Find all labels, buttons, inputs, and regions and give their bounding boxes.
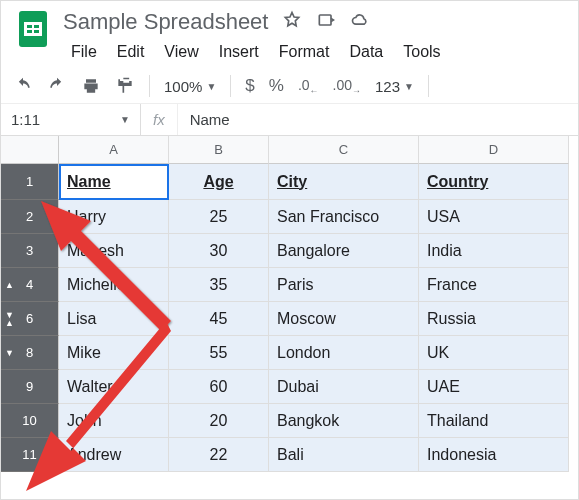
cell[interactable]: 30	[169, 234, 269, 268]
cell[interactable]: France	[419, 268, 569, 302]
percent-button[interactable]: %	[269, 76, 284, 96]
table-row: Name Age City Country	[59, 164, 578, 200]
cell[interactable]: Name	[59, 164, 169, 200]
row-header-6[interactable]: ▼▲6	[1, 302, 59, 336]
group-collapse-icon[interactable]: ▲	[5, 281, 14, 289]
cell[interactable]: Age	[169, 164, 269, 200]
cell[interactable]: John	[59, 404, 169, 438]
row-header-8[interactable]: ▼8	[1, 336, 59, 370]
formula-bar[interactable]: Name	[178, 111, 242, 128]
cell[interactable]: UK	[419, 336, 569, 370]
cell[interactable]: 22	[169, 438, 269, 472]
cell[interactable]: Thailand	[419, 404, 569, 438]
cell[interactable]: Moscow	[269, 302, 419, 336]
cell[interactable]: Dubai	[269, 370, 419, 404]
cell[interactable]: Bangalore	[269, 234, 419, 268]
print-button[interactable]	[81, 76, 101, 96]
col-header-b[interactable]: B	[169, 136, 269, 164]
zoom-dropdown[interactable]: 100%▼	[164, 78, 216, 95]
table-row: Harry25San FranciscoUSA	[59, 200, 578, 234]
select-all-corner[interactable]	[1, 136, 59, 164]
table-row: Andrew22BaliIndonesia	[59, 438, 578, 472]
move-icon[interactable]	[316, 10, 336, 34]
menu-format[interactable]: Format	[271, 39, 338, 65]
menu-view[interactable]: View	[156, 39, 206, 65]
cell[interactable]: Mahesh	[59, 234, 169, 268]
menu-data[interactable]: Data	[341, 39, 391, 65]
star-icon[interactable]	[282, 10, 302, 34]
col-header-d[interactable]: D	[419, 136, 569, 164]
group-collapse-icon[interactable]: ▼	[5, 349, 14, 357]
doc-title[interactable]: Sample Spreadsheet	[63, 9, 268, 35]
cell[interactable]: London	[269, 336, 419, 370]
svg-rect-0	[320, 15, 332, 25]
table-row: Michelle35ParisFrance	[59, 268, 578, 302]
menu-tools[interactable]: Tools	[395, 39, 448, 65]
decrease-decimal-button[interactable]: .0←	[298, 77, 319, 96]
menu-insert[interactable]: Insert	[211, 39, 267, 65]
cell[interactable]: 25	[169, 200, 269, 234]
name-box[interactable]: 1:11▼	[1, 104, 141, 135]
cell[interactable]: Country	[419, 164, 569, 200]
increase-decimal-button[interactable]: .00→	[333, 77, 361, 96]
cell[interactable]: Indonesia	[419, 438, 569, 472]
cell[interactable]: Russia	[419, 302, 569, 336]
cell[interactable]: 35	[169, 268, 269, 302]
cell[interactable]: Mike	[59, 336, 169, 370]
cell[interactable]: Bali	[269, 438, 419, 472]
table-row: Mahesh30BangaloreIndia	[59, 234, 578, 268]
row-header-11[interactable]: 11	[1, 438, 59, 472]
row-header-4[interactable]: ▲4	[1, 268, 59, 302]
fx-label: fx	[141, 104, 178, 135]
menu-edit[interactable]: Edit	[109, 39, 153, 65]
cell[interactable]: USA	[419, 200, 569, 234]
cell[interactable]: UAE	[419, 370, 569, 404]
cell[interactable]: Andrew	[59, 438, 169, 472]
row-header-10[interactable]: 10	[1, 404, 59, 438]
cell[interactable]: Lisa	[59, 302, 169, 336]
sheets-logo[interactable]	[13, 9, 53, 49]
table-row: John20BangkokThailand	[59, 404, 578, 438]
cloud-icon[interactable]	[350, 10, 370, 34]
cell[interactable]: 20	[169, 404, 269, 438]
row-header-1[interactable]: 1	[1, 164, 59, 200]
table-row: Lisa45MoscowRussia	[59, 302, 578, 336]
table-row: Walter60DubaiUAE	[59, 370, 578, 404]
paint-format-button[interactable]	[115, 76, 135, 96]
row-header-9[interactable]: 9	[1, 370, 59, 404]
cell[interactable]: Walter	[59, 370, 169, 404]
redo-button[interactable]	[47, 76, 67, 96]
cell[interactable]: 55	[169, 336, 269, 370]
row-header-2[interactable]: 2	[1, 200, 59, 234]
menu-file[interactable]: File	[63, 39, 105, 65]
cell[interactable]: San Francisco	[269, 200, 419, 234]
number-format-dropdown[interactable]: 123▼	[375, 78, 414, 95]
toolbar: 100%▼ $ % .0← .00→ 123▼	[1, 69, 578, 104]
col-header-a[interactable]: A	[59, 136, 169, 164]
cell[interactable]: Harry	[59, 200, 169, 234]
menubar: File Edit View Insert Format Data Tools	[63, 39, 566, 65]
cell[interactable]: City	[269, 164, 419, 200]
row-header-3[interactable]: 3	[1, 234, 59, 268]
undo-button[interactable]	[13, 76, 33, 96]
cell[interactable]: Bangkok	[269, 404, 419, 438]
col-header-c[interactable]: C	[269, 136, 419, 164]
cell[interactable]: Paris	[269, 268, 419, 302]
cell[interactable]: 45	[169, 302, 269, 336]
group-expand-icon[interactable]: ▼▲	[5, 311, 14, 327]
cell[interactable]: 60	[169, 370, 269, 404]
table-row: Mike55LondonUK	[59, 336, 578, 370]
cell[interactable]: Michelle	[59, 268, 169, 302]
currency-button[interactable]: $	[245, 76, 254, 96]
cell[interactable]: India	[419, 234, 569, 268]
